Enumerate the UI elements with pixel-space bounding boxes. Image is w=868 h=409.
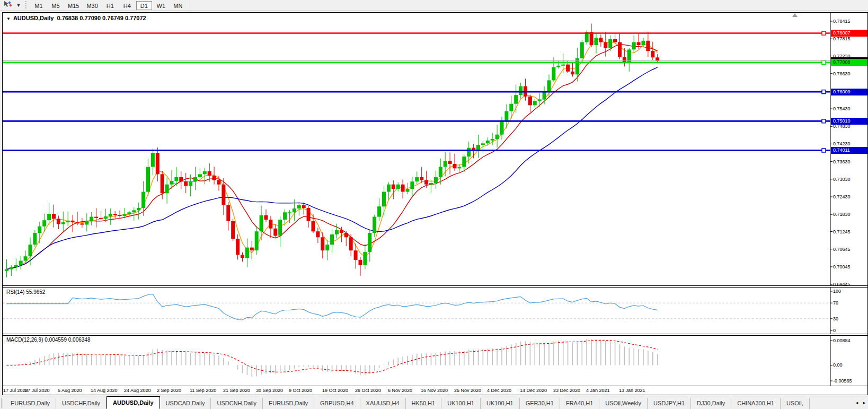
price-tick-label: 0.71830	[833, 212, 867, 217]
chart-tab-eurusd-daily[interactable]: EURUSD,Daily	[263, 398, 314, 409]
date-tick-label: 5 Aug 2020	[58, 388, 82, 393]
horizontal-lines[interactable]	[3, 31, 830, 152]
chart-tab-usdcnh-daily[interactable]: USDCNH,Daily	[211, 398, 263, 409]
date-tick-label: 13 Jan 2021	[619, 388, 645, 393]
date-tick-label: 27 Jul 2020	[25, 388, 50, 393]
date-tick-label: 30 Sep 2020	[256, 388, 283, 393]
date-tick-label: 14 Aug 2020	[91, 388, 118, 393]
price-tick-label: 0.71245	[833, 229, 867, 235]
hline-price-label: 0.78007	[831, 30, 867, 37]
timeframe-button-h1[interactable]: H1	[102, 1, 118, 10]
date-tick-label: 21 Sep 2020	[223, 388, 250, 393]
macd-axis-label: -0.00565	[833, 378, 852, 384]
chart-tab-fra40-h1[interactable]: FRA40,H1	[560, 398, 599, 409]
chart-symbol-title: AUDUSD,Daily	[13, 15, 54, 21]
macd-indicator-label: MACD(12,26,9) 0.004559 0.006348	[6, 337, 90, 343]
chart-tab-hk50-h1[interactable]: HK50,H1	[406, 398, 442, 409]
toolbar-drag-handle[interactable]	[24, 1, 27, 10]
chart-title-overlay: ▼AUDUSD,Daily 0.76838 0.77090 0.76749 0.…	[6, 15, 146, 21]
chart-canvas[interactable]	[3, 13, 867, 386]
date-tick-label: 19 Oct 2020	[322, 388, 348, 393]
timeframe-toolbar: ▼ M1M5M15M30H1H4D1W1MN	[0, 0, 868, 11]
timeframe-button-h4[interactable]: H4	[119, 1, 135, 10]
hline-price-label: 0.75010	[831, 118, 867, 125]
macd-plot	[7, 339, 658, 377]
chart-cursor-icon	[3, 1, 13, 10]
price-tick-label: 0.75430	[833, 106, 867, 112]
timeframe-button-d1[interactable]: D1	[136, 1, 152, 10]
price-tick-label: 0.70045	[833, 264, 867, 270]
timeframe-button-m1[interactable]: M1	[31, 1, 47, 10]
pane-separator-main-rsi[interactable]	[3, 285, 867, 288]
chart-tab-dj30-daily[interactable]: DJ30,Daily	[691, 398, 731, 409]
chart-tab-ger30-h1[interactable]: GER30,H1	[520, 398, 560, 409]
chart-ohlc-readout: 0.76838 0.77090 0.76749 0.77072	[57, 15, 146, 21]
chart-tab-eurusd-daily[interactable]: EURUSD,Daily	[5, 398, 56, 409]
date-tick-label: 14 Dec 2020	[520, 388, 547, 393]
tabs-scroll-right-icon[interactable]: ▸	[861, 400, 868, 405]
timeframe-button-m15[interactable]: M15	[65, 1, 82, 10]
chart-tab-usoil-weekly[interactable]: USOil,Weekly	[599, 398, 648, 409]
chart-tab-usdchf-daily[interactable]: USDCHF,Daily	[56, 398, 107, 409]
date-tick-label: 17 Jul 2020	[3, 388, 28, 393]
price-tick-label: 0.72430	[833, 194, 867, 200]
chart-tab-usoil-[interactable]: USOil,	[781, 398, 810, 409]
price-tick-label: 0.73030	[833, 177, 867, 182]
date-tick-label: 6 Nov 2020	[388, 388, 412, 393]
macd-axis-label: 0.00884	[833, 338, 851, 343]
price-tick-label: 0.76630	[833, 71, 867, 77]
chart-tab-bar: EURUSD,DailyUSDCHF,DailyAUDUSD,DailyUSDC…	[0, 396, 868, 409]
time-axis[interactable]: 17 Jul 202027 Jul 20205 Aug 202014 Aug 2…	[3, 386, 867, 395]
hline-price-label: 0.77008	[831, 59, 867, 66]
chart-tab-xauusd-h4[interactable]: XAUUSD,H4	[360, 398, 406, 409]
mt4-application: ▼ M1M5M15M30H1H4D1W1MN ▼AUDUSD,Daily 0.7…	[0, 0, 868, 409]
date-tick-label: 28 Oct 2020	[355, 388, 381, 393]
date-tick-label: 25 Nov 2020	[454, 388, 481, 393]
timeframe-button-m30[interactable]: M30	[83, 1, 101, 10]
date-tick-label: 11 Sep 2020	[190, 388, 216, 393]
date-tick-label: 9 Oct 2020	[289, 388, 312, 393]
date-tick-label: 4 Dec 2020	[487, 388, 511, 393]
toolbar-separator	[190, 1, 190, 10]
tabs-scroll-left-icon[interactable]: ◂	[853, 400, 861, 405]
symbol-dropdown-icon[interactable]: ▼	[6, 16, 11, 21]
price-tick-label: 0.78415	[833, 19, 867, 24]
chart-tab-uk100-h1[interactable]: UK100,H1	[481, 398, 520, 409]
rsi-plot	[3, 294, 830, 320]
timeframe-buttons: M1M5M15M30H1H4D1W1MN	[30, 1, 187, 10]
pane-separator-rsi-macd[interactable]	[3, 334, 867, 336]
chart-window[interactable]: ▼AUDUSD,Daily 0.76838 0.77090 0.76749 0.…	[2, 12, 868, 395]
tab-bar-grip[interactable]	[1, 398, 3, 408]
date-tick-label: 24 Aug 2020	[124, 388, 151, 393]
chart-tab-gbpusd-h4[interactable]: GBPUSD,H4	[314, 398, 360, 409]
rsi-indicator-label: RSI(14) 55.9652	[6, 289, 45, 295]
timeframe-button-mn[interactable]: MN	[170, 1, 186, 10]
hline-price-label: 0.74011	[831, 147, 867, 154]
chart-tab-china300-h1[interactable]: CHINA300,H1	[731, 398, 781, 409]
date-tick-label: 4 Jan 2021	[586, 388, 610, 393]
date-tick-label: 23 Dec 2020	[553, 388, 580, 393]
rsi-axis-label: 0	[833, 328, 836, 333]
timeframe-button-m5[interactable]: M5	[48, 1, 64, 10]
date-tick-label: 16 Nov 2020	[421, 388, 448, 393]
price-tick-label: 0.73630	[833, 159, 867, 165]
chart-shift-marker-icon[interactable]	[792, 13, 798, 17]
price-tick-label: 0.70645	[833, 247, 867, 253]
chart-tab-usdjpy-h1[interactable]: USDJPY,H1	[648, 398, 691, 409]
timeframe-button-w1[interactable]: W1	[153, 1, 169, 10]
date-tick-label: 2 Sep 2020	[157, 388, 181, 393]
chart-tab-audusd-daily[interactable]: AUDUSD,Daily	[107, 396, 160, 409]
cursor-tool-dropdown[interactable]: ▼	[15, 1, 22, 10]
rsi-axis-label: 70	[833, 300, 838, 306]
chart-tab-uk100-h1[interactable]: UK100,H1	[441, 398, 481, 409]
macd-axis-label: 0.00	[833, 362, 843, 368]
chevron-down-icon: ▼	[16, 3, 21, 8]
rsi-axis-label: 100	[833, 289, 841, 294]
price-tick-label: 0.74230	[833, 141, 867, 147]
hline-price-label: 0.76009	[831, 89, 867, 95]
chart-tab-usdcad-daily[interactable]: USDCAD,Daily	[160, 398, 211, 409]
price-tick-label: 0.77815	[833, 36, 867, 42]
rsi-axis-label: 30	[833, 316, 838, 321]
cursor-tool-button[interactable]	[1, 1, 15, 10]
